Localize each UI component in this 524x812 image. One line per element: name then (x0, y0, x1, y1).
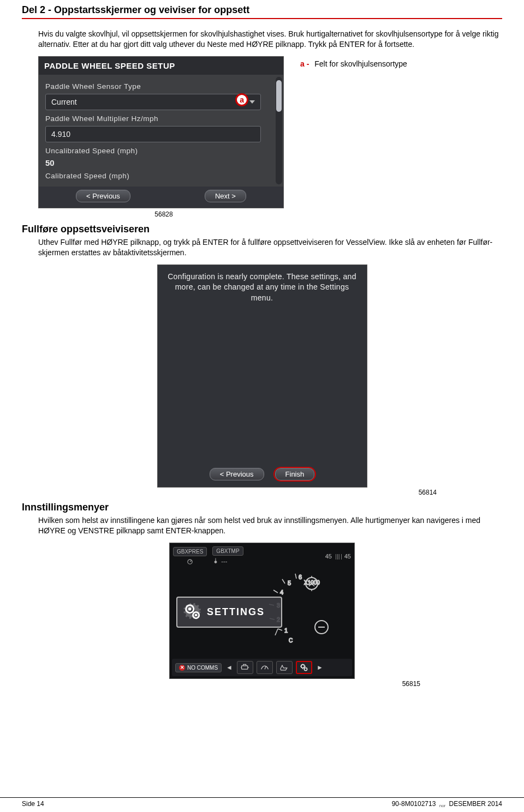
scrollbar-thumb[interactable] (276, 80, 282, 112)
screenshot-settings: GBXPRES GBXTMP --- (169, 543, 355, 679)
label-sensor-type: Paddle Wheel Sensor Type (45, 82, 272, 91)
finish-button[interactable]: Finish (275, 468, 315, 480)
pressure-icon (173, 557, 207, 565)
toolbar-item-settings[interactable] (296, 661, 312, 674)
figure-number-3: 56815 (104, 680, 420, 688)
dropdown-sensor-type[interactable]: Current a (45, 94, 261, 110)
arrow-left-icon[interactable]: ◄ (225, 664, 234, 671)
value-45-left: 45 (325, 553, 332, 560)
callout-legend-label: a - (300, 59, 309, 68)
svg-text:4: 4 (280, 589, 283, 596)
dropdown-value: Current (51, 98, 77, 106)
svg-line-12 (282, 579, 285, 584)
highlight-circle (273, 467, 317, 482)
toolbar-item-boat[interactable] (276, 661, 293, 674)
svg-line-1 (190, 561, 191, 562)
svg-rect-25 (242, 666, 248, 669)
footer-lang: nor (439, 803, 446, 808)
subheading-complete-wizard: Fullføre oppsettsveiviseren (22, 224, 502, 235)
svg-text:C: C (289, 637, 293, 643)
chevron-down-icon (249, 100, 255, 104)
temperature-icon (212, 557, 219, 566)
previous-button-2[interactable]: < Previous (210, 468, 264, 480)
settings-overlay[interactable]: SETTINGS (176, 597, 282, 628)
input-multiplier[interactable]: 4.910 (45, 126, 261, 142)
callout-legend-a: a - Felt for skovlhjulsensortype (300, 59, 407, 68)
gbxtmp-value: --- (221, 558, 227, 564)
svg-point-2 (215, 561, 217, 563)
screenshot-finish: Configuration is nearly complete. These … (157, 264, 367, 488)
svg-line-14 (295, 574, 296, 579)
footer-page-number: Side 14 (22, 800, 44, 808)
next-button[interactable]: Next > (205, 190, 246, 202)
paragraph-complete-wizard: Uthev Fullfør med HØYRE pilknapp, og try… (38, 237, 502, 258)
svg-point-22 (188, 608, 192, 611)
finish-screen-text: Configuration is nearly complete. These … (164, 272, 360, 304)
screen-title: PADDLE WHEEL SPEED SETUP (39, 57, 283, 75)
previous-button[interactable]: < Previous (76, 190, 130, 202)
svg-point-28 (304, 668, 307, 671)
page-footer: Side 14 90-8M0102713 nor DESEMBER 2014 (0, 797, 524, 808)
scrollbar[interactable] (276, 77, 282, 184)
toolbar-item-fuel[interactable] (257, 661, 273, 674)
callout-marker-a: a (235, 93, 248, 106)
gbxtmp-readout: GBXTMP (212, 546, 243, 556)
no-comms-text: NO COMMS (187, 665, 218, 671)
value-45-right: 45 (344, 553, 351, 560)
subheading-settings-menus: Innstillingsmenyer (22, 502, 502, 513)
svg-text:1: 1 (284, 627, 288, 634)
footer-date: DESEMBER 2014 (449, 800, 502, 808)
label-uncalibrated-speed: Uncalibrated Speed (mph) (45, 147, 272, 155)
svg-line-3 (275, 629, 278, 635)
value-uncalibrated-speed: 50 (45, 158, 272, 167)
gear-icon (183, 602, 201, 622)
gbxpres-readout: GBXPRES (173, 547, 207, 556)
intro-paragraph: Hvis du valgte skovlhjul, vil oppsettskj… (38, 29, 502, 50)
svg-point-0 (188, 560, 192, 564)
svg-line-10 (273, 590, 278, 593)
svg-text:5: 5 (288, 580, 291, 586)
bottom-toolbar: ✕ NO COMMS ◄ ► (172, 659, 352, 676)
settings-label: SETTINGS (207, 606, 265, 618)
figure-number-1: 56828 (0, 210, 502, 218)
no-comms-indicator: ✕ NO COMMS (175, 663, 222, 672)
arrow-right-icon[interactable]: ► (315, 664, 324, 671)
callout-legend-text: Felt for skovlhjulsensortype (314, 59, 407, 68)
toolbar-item-engine[interactable] (237, 661, 253, 674)
paragraph-settings-menus: Hvilken som helst av innstillingene kan … (38, 515, 502, 536)
screenshot-paddle-wheel-setup: PADDLE WHEEL SPEED SETUP Paddle Wheel Se… (38, 56, 284, 208)
svg-text:6: 6 (299, 574, 302, 580)
label-calibrated-speed: Calibrated Speed (mph) (45, 172, 272, 180)
footer-doc-info: 90-8M0102713 nor DESEMBER 2014 (392, 800, 502, 808)
svg-line-4 (278, 629, 282, 630)
figure-number-2: 56814 (87, 489, 437, 496)
svg-line-26 (265, 666, 266, 670)
svg-point-24 (195, 614, 198, 617)
label-multiplier: Paddle Wheel Multiplier Hz/mph (45, 115, 272, 123)
error-icon: ✕ (179, 665, 185, 671)
page-header: Del 2 - Oppstartsskjermer og veiviser fo… (22, 0, 502, 19)
tick-marks-icon: | | | | (335, 553, 341, 560)
footer-doc-code: 90-8M0102713 (392, 800, 436, 808)
